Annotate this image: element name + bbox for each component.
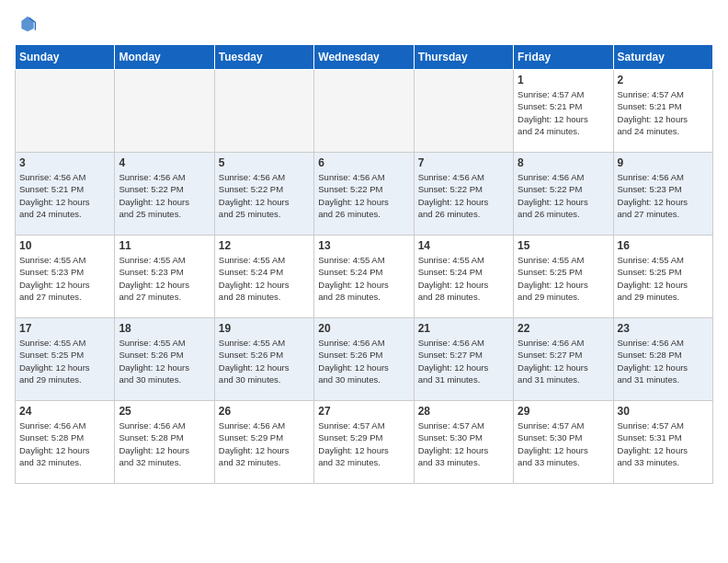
day-number: 5 <box>219 156 310 169</box>
week-row-3: 10Sunrise: 4:55 AM Sunset: 5:23 PM Dayli… <box>16 236 713 318</box>
day-number: 3 <box>19 156 110 169</box>
calendar-cell: 25Sunrise: 4:56 AM Sunset: 5:28 PM Dayli… <box>115 401 214 484</box>
weekday-friday: Friday <box>514 45 613 70</box>
calendar-cell: 1Sunrise: 4:57 AM Sunset: 5:21 PM Daylig… <box>514 70 613 153</box>
day-info: Sunrise: 4:55 AM Sunset: 5:23 PM Dayligh… <box>119 254 210 303</box>
calendar-cell <box>314 70 414 153</box>
calendar-cell: 6Sunrise: 4:56 AM Sunset: 5:22 PM Daylig… <box>314 153 414 236</box>
calendar-cell <box>16 70 115 153</box>
calendar-cell: 19Sunrise: 4:55 AM Sunset: 5:26 PM Dayli… <box>214 318 313 401</box>
day-number: 7 <box>418 156 509 169</box>
day-number: 25 <box>119 405 210 418</box>
day-number: 26 <box>219 405 310 418</box>
day-info: Sunrise: 4:56 AM Sunset: 5:27 PM Dayligh… <box>418 337 509 385</box>
calendar-cell: 27Sunrise: 4:57 AM Sunset: 5:29 PM Dayli… <box>314 401 414 484</box>
calendar-cell: 9Sunrise: 4:56 AM Sunset: 5:23 PM Daylig… <box>613 153 712 236</box>
day-number: 21 <box>418 322 509 335</box>
calendar-cell: 13Sunrise: 4:55 AM Sunset: 5:24 PM Dayli… <box>314 236 414 318</box>
day-info: Sunrise: 4:55 AM Sunset: 5:24 PM Dayligh… <box>219 254 310 303</box>
calendar-cell: 24Sunrise: 4:56 AM Sunset: 5:28 PM Dayli… <box>16 401 115 484</box>
calendar-cell: 16Sunrise: 4:55 AM Sunset: 5:25 PM Dayli… <box>613 236 712 318</box>
day-info: Sunrise: 4:56 AM Sunset: 5:28 PM Dayligh… <box>119 419 210 468</box>
day-number: 15 <box>518 239 609 252</box>
day-info: Sunrise: 4:56 AM Sunset: 5:29 PM Dayligh… <box>219 419 310 468</box>
day-info: Sunrise: 4:55 AM Sunset: 5:24 PM Dayligh… <box>318 254 409 303</box>
calendar-cell: 21Sunrise: 4:56 AM Sunset: 5:27 PM Dayli… <box>414 318 513 401</box>
day-number: 1 <box>518 74 609 86</box>
day-number: 30 <box>618 405 709 418</box>
day-number: 22 <box>518 322 609 335</box>
weekday-monday: Monday <box>115 45 214 70</box>
calendar-cell: 4Sunrise: 4:56 AM Sunset: 5:22 PM Daylig… <box>115 153 214 236</box>
calendar-cell: 5Sunrise: 4:56 AM Sunset: 5:22 PM Daylig… <box>214 153 313 236</box>
calendar-cell: 28Sunrise: 4:57 AM Sunset: 5:30 PM Dayli… <box>414 401 513 484</box>
day-number: 16 <box>618 239 709 252</box>
day-info: Sunrise: 4:55 AM Sunset: 5:24 PM Dayligh… <box>418 254 509 303</box>
day-info: Sunrise: 4:56 AM Sunset: 5:22 PM Dayligh… <box>518 171 609 220</box>
calendar-cell: 15Sunrise: 4:55 AM Sunset: 5:25 PM Dayli… <box>514 236 613 318</box>
day-info: Sunrise: 4:55 AM Sunset: 5:25 PM Dayligh… <box>618 254 709 303</box>
weekday-tuesday: Tuesday <box>214 45 313 70</box>
calendar-cell: 26Sunrise: 4:56 AM Sunset: 5:29 PM Dayli… <box>214 401 313 484</box>
weekday-header-row: SundayMondayTuesdayWednesdayThursdayFrid… <box>16 45 713 70</box>
calendar-cell: 29Sunrise: 4:57 AM Sunset: 5:30 PM Dayli… <box>514 401 613 484</box>
day-info: Sunrise: 4:56 AM Sunset: 5:28 PM Dayligh… <box>19 419 110 468</box>
calendar-cell: 8Sunrise: 4:56 AM Sunset: 5:22 PM Daylig… <box>514 153 613 236</box>
day-info: Sunrise: 4:57 AM Sunset: 5:29 PM Dayligh… <box>318 419 409 468</box>
calendar-cell: 22Sunrise: 4:56 AM Sunset: 5:27 PM Dayli… <box>514 318 613 401</box>
logo <box>15 15 39 33</box>
day-number: 6 <box>318 156 409 169</box>
day-info: Sunrise: 4:55 AM Sunset: 5:26 PM Dayligh… <box>219 337 310 385</box>
day-number: 4 <box>119 156 210 169</box>
day-info: Sunrise: 4:56 AM Sunset: 5:27 PM Dayligh… <box>518 337 609 385</box>
weekday-thursday: Thursday <box>414 45 513 70</box>
day-info: Sunrise: 4:57 AM Sunset: 5:21 PM Dayligh… <box>518 88 609 137</box>
calendar-cell: 18Sunrise: 4:55 AM Sunset: 5:26 PM Dayli… <box>115 318 214 401</box>
day-number: 17 <box>19 322 110 335</box>
calendar-cell: 7Sunrise: 4:56 AM Sunset: 5:22 PM Daylig… <box>414 153 513 236</box>
logo-icon <box>18 15 37 33</box>
day-info: Sunrise: 4:56 AM Sunset: 5:22 PM Dayligh… <box>219 171 310 220</box>
day-number: 19 <box>219 322 310 335</box>
weekday-wednesday: Wednesday <box>314 45 414 70</box>
day-info: Sunrise: 4:55 AM Sunset: 5:25 PM Dayligh… <box>19 337 110 385</box>
day-number: 28 <box>418 405 509 418</box>
day-info: Sunrise: 4:56 AM Sunset: 5:22 PM Dayligh… <box>119 171 210 220</box>
header <box>15 15 713 33</box>
day-info: Sunrise: 4:56 AM Sunset: 5:21 PM Dayligh… <box>19 171 110 220</box>
calendar-table: SundayMondayTuesdayWednesdayThursdayFrid… <box>15 44 713 484</box>
day-number: 27 <box>318 405 409 418</box>
calendar-cell <box>414 70 513 153</box>
calendar-cell: 14Sunrise: 4:55 AM Sunset: 5:24 PM Dayli… <box>414 236 513 318</box>
page: SundayMondayTuesdayWednesdayThursdayFrid… <box>0 0 728 563</box>
calendar-cell: 23Sunrise: 4:56 AM Sunset: 5:28 PM Dayli… <box>613 318 712 401</box>
day-number: 9 <box>618 156 709 169</box>
weekday-saturday: Saturday <box>613 45 712 70</box>
day-number: 12 <box>219 239 310 252</box>
week-row-5: 24Sunrise: 4:56 AM Sunset: 5:28 PM Dayli… <box>16 401 713 484</box>
calendar-cell: 12Sunrise: 4:55 AM Sunset: 5:24 PM Dayli… <box>214 236 313 318</box>
day-info: Sunrise: 4:57 AM Sunset: 5:30 PM Dayligh… <box>518 419 609 468</box>
weekday-sunday: Sunday <box>16 45 115 70</box>
week-row-1: 1Sunrise: 4:57 AM Sunset: 5:21 PM Daylig… <box>16 70 713 153</box>
day-number: 2 <box>618 74 709 86</box>
calendar-cell: 3Sunrise: 4:56 AM Sunset: 5:21 PM Daylig… <box>16 153 115 236</box>
calendar-cell: 2Sunrise: 4:57 AM Sunset: 5:21 PM Daylig… <box>613 70 712 153</box>
calendar-cell: 17Sunrise: 4:55 AM Sunset: 5:25 PM Dayli… <box>16 318 115 401</box>
day-number: 24 <box>19 405 110 418</box>
day-info: Sunrise: 4:57 AM Sunset: 5:21 PM Dayligh… <box>618 88 709 137</box>
day-info: Sunrise: 4:56 AM Sunset: 5:22 PM Dayligh… <box>418 171 509 220</box>
calendar-cell: 10Sunrise: 4:55 AM Sunset: 5:23 PM Dayli… <box>16 236 115 318</box>
day-info: Sunrise: 4:55 AM Sunset: 5:23 PM Dayligh… <box>19 254 110 303</box>
calendar-cell: 30Sunrise: 4:57 AM Sunset: 5:31 PM Dayli… <box>613 401 712 484</box>
day-number: 11 <box>119 239 210 252</box>
calendar-cell <box>115 70 214 153</box>
day-info: Sunrise: 4:55 AM Sunset: 5:25 PM Dayligh… <box>518 254 609 303</box>
day-number: 10 <box>19 239 110 252</box>
day-number: 20 <box>318 322 409 335</box>
day-info: Sunrise: 4:56 AM Sunset: 5:22 PM Dayligh… <box>318 171 409 220</box>
day-number: 13 <box>318 239 409 252</box>
day-info: Sunrise: 4:56 AM Sunset: 5:23 PM Dayligh… <box>618 171 709 220</box>
calendar-cell: 11Sunrise: 4:55 AM Sunset: 5:23 PM Dayli… <box>115 236 214 318</box>
day-info: Sunrise: 4:57 AM Sunset: 5:31 PM Dayligh… <box>618 419 709 468</box>
